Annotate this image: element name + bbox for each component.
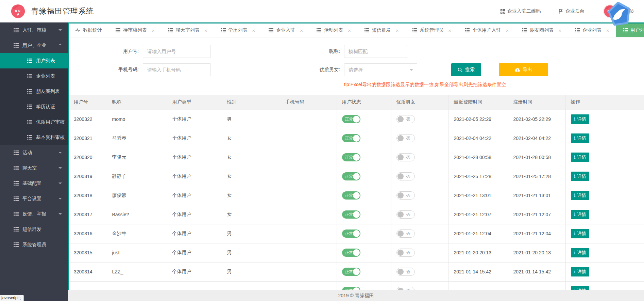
- toggle-knob: [353, 116, 360, 123]
- list-icon: [14, 196, 19, 201]
- tab-individual-onboarding[interactable]: 个体用户入驻 ×: [458, 23, 515, 37]
- close-icon[interactable]: ×: [558, 28, 561, 33]
- premium-gender-select[interactable]: [344, 63, 417, 76]
- status-toggle[interactable]: 正常: [342, 172, 360, 180]
- tab-company-onboarding[interactable]: 企业入驻 ×: [262, 23, 310, 37]
- sidebar-item-user-list[interactable]: 用户列表: [0, 53, 68, 68]
- detail-button[interactable]: i详情: [571, 153, 590, 162]
- phone-input[interactable]: [143, 63, 211, 76]
- status-toggle[interactable]: 正常: [342, 134, 360, 142]
- table-row: 3200319 静静子 个体用户 女 正常 否 2021-01-25 17:28…: [69, 167, 644, 186]
- company-qr-link[interactable]: 企业入驻二维码: [500, 8, 541, 14]
- status-toggle[interactable]: 正常: [342, 153, 360, 161]
- premium-toggle[interactable]: 否: [396, 249, 415, 257]
- detail-button[interactable]: i详情: [571, 248, 590, 257]
- brand: 青缘福田管理系统: [10, 3, 94, 19]
- qr-code-icon: [500, 9, 505, 14]
- status-toggle[interactable]: 正常: [342, 229, 360, 238]
- export-button[interactable]: 导出: [499, 63, 548, 76]
- cell-gender: 女: [222, 167, 280, 186]
- premium-toggle[interactable]: 否: [396, 191, 415, 200]
- status-toggle[interactable]: 正常: [342, 210, 360, 219]
- close-icon[interactable]: ×: [204, 28, 207, 33]
- status-toggle[interactable]: 正常: [342, 249, 360, 257]
- list-icon: [365, 28, 369, 33]
- premium-toggle[interactable]: 否: [396, 172, 415, 180]
- detail-button[interactable]: i详情: [571, 267, 590, 276]
- app-logo-mascot-icon: [10, 3, 26, 19]
- search-button[interactable]: 搜索: [451, 63, 481, 76]
- premium-toggle[interactable]: 否: [396, 210, 415, 219]
- sidebar-item-basic-config[interactable]: 基础配置: [0, 176, 68, 191]
- cell-register-time: 2021-02-04 04:22: [508, 129, 565, 148]
- close-icon[interactable]: ×: [348, 28, 351, 33]
- list-icon: [27, 104, 32, 109]
- sidebar-item-company-list[interactable]: 企业列表: [0, 68, 68, 84]
- flag-icon: [558, 9, 563, 14]
- detail-button[interactable]: i详情: [571, 229, 590, 238]
- detail-button[interactable]: i详情: [571, 172, 590, 181]
- cell-user-id: 3200315: [69, 243, 107, 262]
- tab-chatroom-list[interactable]: 聊天室列表 ×: [162, 23, 214, 37]
- status-toggle[interactable]: 正常: [342, 268, 360, 276]
- premium-toggle[interactable]: 否: [396, 134, 415, 142]
- sidebar: 入驻、审核 用户、企业 用户列表 企业列表 朋友圈列表 学历认证 优质用户审核: [0, 22, 68, 301]
- detail-button[interactable]: i详情: [571, 133, 590, 143]
- close-icon[interactable]: ×: [300, 28, 303, 33]
- sidebar-item-profile-review[interactable]: 基本资料审核: [0, 130, 68, 145]
- nickname-input[interactable]: [344, 45, 407, 58]
- tab-pending-review-list[interactable]: 待审核列表 ×: [109, 23, 162, 37]
- tab-sysadmin[interactable]: 系统管理员 ×: [406, 23, 458, 37]
- sidebar-item-moments-list[interactable]: 朋友圈列表: [0, 84, 68, 99]
- tab-education-list[interactable]: 学历列表 ×: [214, 23, 262, 37]
- toggle-knob: [397, 231, 404, 237]
- cell-last-login: 2021-01-20 20:13: [448, 243, 508, 262]
- sidebar-item-users-companies[interactable]: 用户、企业: [0, 38, 68, 53]
- premium-toggle[interactable]: 否: [396, 115, 415, 123]
- toggle-knob: [397, 250, 404, 256]
- cell-phone: [280, 167, 337, 186]
- detail-button[interactable]: i详情: [571, 114, 590, 124]
- blue-bird-badge-icon[interactable]: [606, 0, 633, 28]
- browser-status-bar: javascript:;: [0, 295, 24, 301]
- sidebar-item-feedback-report[interactable]: 反馈、举报: [0, 206, 68, 222]
- company-backend-link[interactable]: 企业后台: [558, 8, 584, 14]
- sidebar-item-education-cert[interactable]: 学历认证: [0, 99, 68, 114]
- premium-toggle[interactable]: 否: [396, 153, 415, 161]
- main-content: 数据统计 待审核列表 × 聊天室列表 × 学历列表 × 企业入驻 × 活动列表 …: [68, 22, 644, 301]
- close-icon[interactable]: ×: [152, 28, 155, 33]
- status-toggle[interactable]: 正常: [342, 115, 360, 123]
- cell-gender: 女: [222, 205, 280, 224]
- cell-user-id: 3200319: [69, 167, 107, 186]
- sidebar-item-sms-broadcast[interactable]: 短信群发: [0, 222, 68, 237]
- cell-nickname: just: [107, 243, 167, 262]
- tab-moments-list[interactable]: 朋友圈列表 ×: [515, 23, 568, 37]
- sidebar-item-onboarding-review[interactable]: 入驻、审核: [0, 22, 68, 38]
- close-icon[interactable]: ×: [396, 28, 399, 33]
- tab-data-statistics[interactable]: 数据统计: [69, 23, 109, 37]
- cell-nickname: 静静子: [107, 167, 167, 186]
- close-icon[interactable]: ×: [448, 28, 452, 33]
- sidebar-item-activity[interactable]: 活动: [0, 145, 68, 160]
- close-icon[interactable]: ×: [252, 28, 255, 33]
- detail-button[interactable]: i详情: [571, 191, 590, 200]
- sidebar-item-platform-settings[interactable]: 平台设置: [0, 191, 68, 206]
- close-icon[interactable]: ×: [606, 28, 609, 33]
- sidebar-item-sysadmin[interactable]: 系统管理员: [0, 237, 68, 252]
- close-icon[interactable]: ×: [506, 28, 509, 33]
- status-toggle[interactable]: 正常: [342, 191, 360, 200]
- tab-sms-broadcast[interactable]: 短信群发 ×: [358, 23, 406, 37]
- sidebar-item-premium-user-review[interactable]: 优质用户审核: [0, 114, 68, 130]
- list-icon: [14, 43, 19, 48]
- toggle-knob: [397, 211, 404, 218]
- cell-phone: [280, 110, 337, 129]
- detail-button[interactable]: i详情: [571, 210, 590, 219]
- premium-toggle[interactable]: 否: [396, 268, 415, 276]
- user-id-input[interactable]: [143, 45, 211, 58]
- sidebar-item-chatroom[interactable]: 聊天室: [0, 160, 68, 176]
- chevron-down-icon: [58, 183, 62, 184]
- premium-toggle[interactable]: 否: [396, 229, 415, 238]
- table-row: 3200320 李骏元 个体用户 女 正常 否 2021-01-28 00:58…: [69, 148, 644, 167]
- cell-user-type: 个体用户: [167, 205, 222, 224]
- tab-activity-list[interactable]: 活动列表 ×: [310, 23, 358, 37]
